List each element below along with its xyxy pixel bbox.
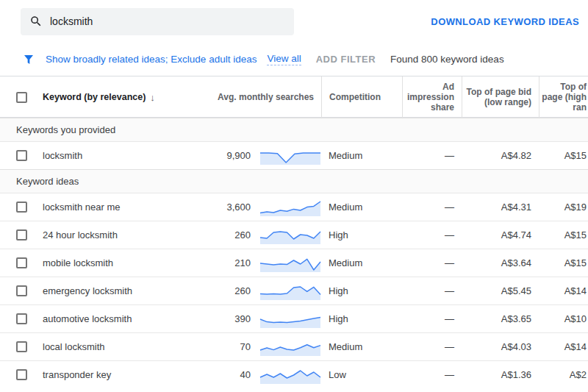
ad-impression-share-value: — [402,313,462,324]
top-of-page-bid-high-value: A$14 [539,285,588,296]
column-header-bid-low[interactable]: Top of page bid (low range) [462,76,539,118]
column-header-ad-impression-share[interactable]: Ad impression share [402,76,462,118]
competition-value: High [321,285,402,296]
top-of-page-bid-high-value: A$15 [539,229,588,240]
topbar: DOWNLOAD KEYWORD IDEAS [0,0,588,43]
sparkline-svg [259,254,321,273]
top-of-page-bid-high-value: A$10 [539,313,588,324]
row-checkbox[interactable] [16,229,27,240]
filter-bar: Show broadly related ideas; Exclude adul… [0,43,588,76]
top-of-page-bid-low-value: A$1.36 [462,369,539,380]
avg-monthly-searches-cell: 40 [207,366,321,385]
select-all-checkbox[interactable] [16,92,27,103]
ad-impression-share-value: — [402,257,462,268]
row-checkbox[interactable] [16,150,27,161]
top-of-page-bid-high-value: A$14 [539,341,588,352]
avg-monthly-searches-cell: 3,600 [207,198,321,217]
row-checkbox-cell [0,369,38,380]
sparkline-svg [259,366,321,385]
keyword-row[interactable]: locksmith 9,900 Medium — A$4.82 A$15 [0,141,588,169]
row-checkbox[interactable] [16,257,27,268]
avg-monthly-searches-cell: 70 [207,338,321,357]
keyword-planner-app: DOWNLOAD KEYWORD IDEAS Show broadly rela… [0,0,588,392]
row-checkbox-cell [0,257,38,268]
sparkline-svg [259,338,321,357]
trend-sparkline [259,198,321,217]
top-of-page-bid-high-value: A$2 [539,369,588,380]
row-checkbox[interactable] [16,313,27,324]
competition-value: Medium [321,150,402,161]
sparkline-svg [259,146,321,165]
keyword-label: local locksmith [38,341,207,352]
trend-sparkline [259,310,321,329]
top-of-page-bid-high-value: A$19 [539,202,588,213]
avg-monthly-searches-value: 40 [207,369,259,380]
avg-monthly-searches-value: 3,600 [207,202,259,213]
keyword-row[interactable]: locksmith near me 3,600 Medium — A$4.31 … [0,193,588,221]
ad-impression-share-value: — [402,150,462,161]
trend-sparkline [259,366,321,385]
keyword-search-box[interactable] [21,8,294,35]
keyword-row[interactable]: transponder key 40 Low — A$1.36 A$2 [0,360,588,388]
section-label: Keywords you provided [16,124,115,135]
trend-sparkline [259,338,321,357]
keyword-row[interactable]: mobile locksmith 210 Medium — A$3.64 A$1… [0,249,588,277]
avg-monthly-searches-value: 210 [207,257,259,268]
select-all-cell [0,76,38,118]
column-header-keyword[interactable]: Keyword (by relevance) ↓ [38,76,207,118]
keyword-label: emergency locksmith [38,285,207,296]
competition-value: Medium [321,341,402,352]
avg-monthly-searches-value: 70 [207,341,259,352]
row-checkbox[interactable] [16,341,27,352]
column-header-competition[interactable]: Competition [321,76,402,118]
column-header-searches[interactable]: Avg. monthly searches [207,76,321,118]
competition-value: High [321,313,402,324]
trend-sparkline [259,254,321,273]
active-filters-link[interactable]: Show broadly related ideas; Exclude adul… [46,54,257,65]
top-of-page-bid-high-value: A$15 [539,150,588,161]
keyword-row[interactable]: local locksmith 70 Medium — A$4.03 A$14 [0,332,588,360]
trend-sparkline [259,282,321,301]
search-icon [29,15,43,28]
download-keyword-ideas-link[interactable]: DOWNLOAD KEYWORD IDEAS [431,16,579,27]
add-filter-button[interactable]: ADD FILTER [316,54,376,65]
section-label: Keyword ideas [16,176,79,187]
keyword-row[interactable]: 24 hour locksmith 260 High — A$4.74 A$15 [0,221,588,249]
keyword-row[interactable]: automotive locksmith 390 High — A$3.65 A… [0,304,588,332]
top-of-page-bid-low-value: A$4.74 [462,229,539,240]
row-checkbox[interactable] [16,285,27,296]
sparkline-svg [259,282,321,301]
keyword-label: automotive locksmith [38,313,207,324]
table-header: Keyword (by relevance) ↓ Avg. monthly se… [0,76,588,118]
column-header-bid-high[interactable]: Top of page (high ran [539,76,588,118]
row-checkbox-cell [0,285,38,296]
keyword-row[interactable]: emergency locksmith 260 High — A$5.45 A$… [0,277,588,304]
section-header-row: Keywords you provided [0,118,588,141]
avg-monthly-searches-value: 260 [207,285,259,296]
trend-sparkline [259,146,321,165]
view-all-link[interactable]: View all [267,53,301,65]
filter-icon[interactable] [22,53,35,66]
top-of-page-bid-high-value: A$15 [539,257,588,268]
search-input[interactable] [50,15,285,27]
row-checkbox-cell [0,313,38,324]
avg-monthly-searches-cell: 260 [207,226,321,245]
keyword-column-label: Keyword (by relevance) [43,92,146,102]
ad-impression-share-value: — [402,202,462,213]
trend-sparkline [259,226,321,245]
keyword-label: locksmith [38,150,207,161]
sparkline-svg [259,310,321,329]
sparkline-svg [259,198,321,217]
top-of-page-bid-low-value: A$4.03 [462,341,539,352]
competition-value: Medium [321,202,402,213]
competition-value: Low [321,369,402,380]
ad-impression-share-value: — [402,285,462,296]
ad-impression-share-value: — [402,369,462,380]
top-of-page-bid-low-value: A$4.82 [462,150,539,161]
keyword-label: mobile locksmith [38,257,207,268]
avg-monthly-searches-cell: 9,900 [207,146,321,165]
row-checkbox[interactable] [16,202,27,213]
row-checkbox[interactable] [16,369,27,380]
found-keyword-count: Found 800 keyword ideas [390,54,504,65]
row-checkbox-cell [0,229,38,240]
